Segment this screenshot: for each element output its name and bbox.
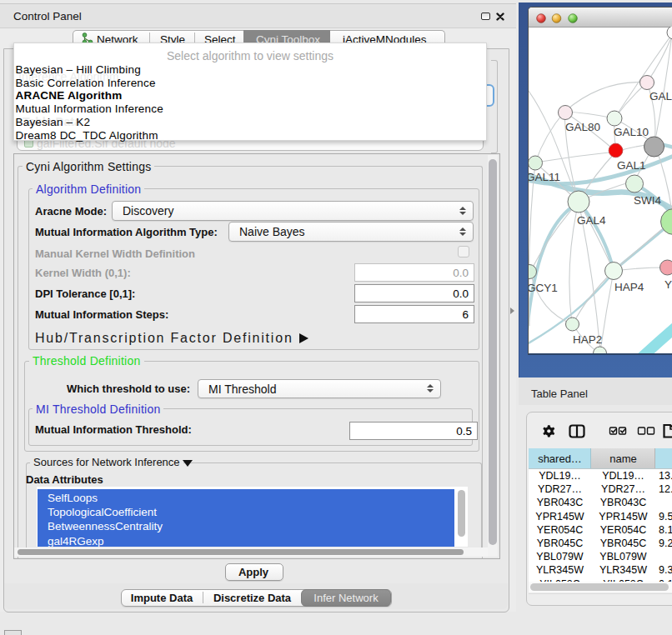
svg-text:SWI4: SWI4 (634, 194, 661, 207)
svg-text:HAP2: HAP2 (573, 333, 602, 346)
svg-text:YBR: YBR (664, 278, 672, 291)
svg-text:GAL4: GAL4 (577, 214, 606, 227)
svg-text:GAL11: GAL11 (529, 171, 560, 183)
svg-text:HAP4: HAP4 (614, 281, 644, 293)
svg-text:GAL80: GAL80 (565, 121, 600, 133)
svg-text:GAL1: GAL1 (617, 159, 646, 172)
svg-text:GAL10: GAL10 (614, 126, 649, 138)
svg-text:GAL7: GAL7 (649, 90, 672, 102)
svg-text:GCY1: GCY1 (529, 282, 558, 294)
